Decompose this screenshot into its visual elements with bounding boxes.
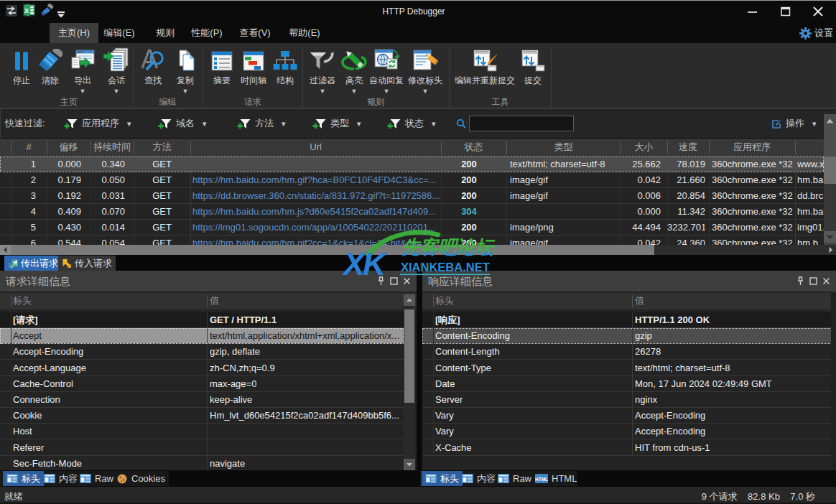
svg-text:HTML: HTML xyxy=(535,477,548,482)
